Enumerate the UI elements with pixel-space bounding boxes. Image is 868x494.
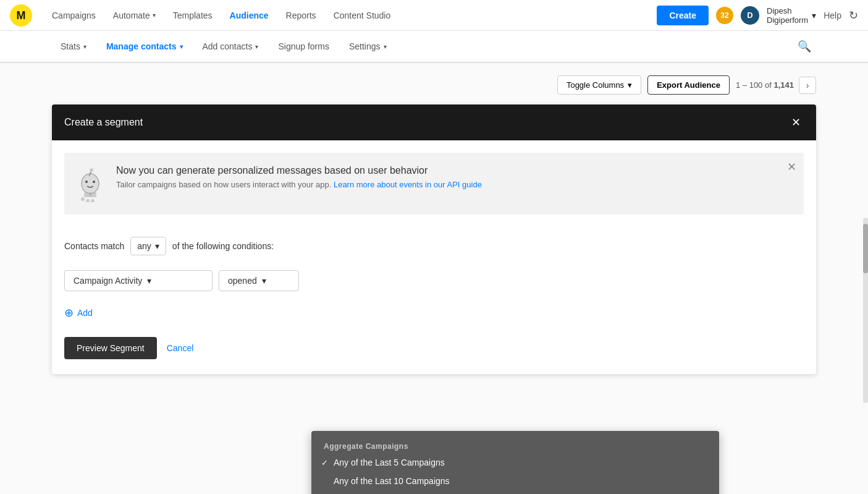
create-button[interactable]: Create — [657, 6, 709, 25]
contacts-match-label: Contacts match — [64, 241, 124, 251]
opened-label: opened — [228, 276, 257, 286]
toggle-columns-label: Toggle Columns — [567, 80, 624, 90]
opened-select[interactable]: opened ▾ — [219, 270, 299, 291]
toggle-columns-button[interactable]: Toggle Columns ▾ — [557, 75, 641, 95]
subnav-manage-contacts-chevron: ▾ — [180, 43, 183, 50]
pagination-next-button[interactable]: › — [799, 77, 816, 94]
toggle-columns-chevron: ▾ — [628, 80, 632, 90]
scrollbar-thumb — [863, 224, 868, 273]
campaign-activity-chevron: ▾ — [147, 276, 151, 286]
nav-items: Campaigns Automate ▾ Templates Audience … — [44, 7, 657, 24]
svg-text:M: M — [17, 9, 26, 22]
dropdown-item-label-1: Any of the Last 10 Campaigns — [334, 476, 450, 486]
any-select[interactable]: any ▾ — [130, 237, 166, 255]
toolbar-row: Toggle Columns ▾ Export Audience 1 – 100… — [52, 75, 816, 95]
banner-icon — [74, 165, 106, 202]
subnav-add-contacts-label: Add contacts — [203, 41, 253, 51]
nav-templates[interactable]: Templates — [166, 7, 220, 24]
svg-point-10 — [81, 197, 85, 201]
add-circle-icon: ⊕ — [64, 306, 74, 320]
segment-header: Create a segment ✕ — [52, 104, 816, 140]
pagination-start: 1 — [736, 80, 740, 90]
user-name-block: Dipesh Digiperform — [767, 6, 808, 25]
preview-segment-button[interactable]: Preview Segment — [64, 337, 157, 359]
user-company: Digiperform — [767, 15, 808, 25]
pagination: 1 – 100 of 1,141 › — [736, 77, 816, 94]
help-link[interactable]: Help — [824, 11, 841, 20]
campaign-activity-label: Campaign Activity — [74, 276, 142, 286]
svg-point-8 — [93, 181, 95, 183]
banner-link[interactable]: Learn more about events in our API guide — [334, 180, 482, 189]
nav-automate[interactable]: Automate ▾ — [106, 7, 163, 24]
user-dropdown-chevron: ▾ — [812, 11, 816, 20]
opened-chevron: ▾ — [262, 276, 266, 286]
banner-text-content: Tailor campaigns based on how users inte… — [116, 180, 331, 189]
nav-right: Create 32 D Dipesh Digiperform ▾ Help ↻ — [657, 6, 858, 25]
nav-automate-chevron: ▾ — [153, 12, 156, 19]
segment-close-button[interactable]: ✕ — [788, 114, 804, 130]
nav-audience-label: Audience — [230, 11, 269, 20]
subnav-manage-contacts[interactable]: Manage contacts ▾ — [98, 36, 192, 56]
notification-badge[interactable]: 32 — [716, 7, 733, 24]
any-option-value: any — [137, 241, 151, 251]
user-info[interactable]: Dipesh Digiperform ▾ — [767, 6, 816, 25]
refresh-icon[interactable]: ↻ — [849, 9, 858, 22]
subnav-stats[interactable]: Stats ▾ — [52, 36, 95, 56]
subnav-stats-label: Stats — [61, 41, 80, 51]
any-select-chevron: ▾ — [155, 241, 159, 251]
dropdown-item-label-0: Any of the Last 5 Campaigns — [334, 458, 445, 467]
svg-point-7 — [85, 181, 88, 183]
subnav-stats-chevron: ▾ — [83, 43, 86, 50]
info-banner: Now you can generate personalized messag… — [64, 153, 804, 215]
conditions-suffix: of the following conditions: — [172, 241, 274, 251]
banner-content: Now you can generate personalized messag… — [116, 165, 791, 189]
subnav-settings-label: Settings — [349, 41, 381, 51]
user-name: Dipesh — [767, 6, 808, 15]
sub-navigation: Stats ▾ Manage contacts ▾ Add contacts ▾… — [0, 31, 868, 63]
subnav-settings[interactable]: Settings ▾ — [340, 36, 395, 56]
banner-title: Now you can generate personalized messag… — [116, 165, 791, 176]
add-label: Add — [77, 308, 93, 318]
svg-point-4 — [82, 174, 99, 194]
aggregate-group-label: Aggregate Campaigns — [311, 437, 719, 453]
dropdown-item-20-campaigns[interactable]: Any of the Last 20 Campaigns — [311, 490, 719, 494]
svg-point-11 — [86, 199, 90, 202]
nav-reports[interactable]: Reports — [279, 7, 324, 24]
user-avatar: D — [741, 6, 759, 25]
search-icon[interactable]: 🔍 — [793, 35, 816, 58]
subnav-signup-forms[interactable]: Signup forms — [269, 36, 337, 56]
dropdown-item-10-campaigns[interactable]: Any of the Last 10 Campaigns — [311, 472, 719, 490]
nav-campaigns[interactable]: Campaigns — [44, 7, 103, 24]
campaign-dropdown: Aggregate Campaigns Any of the Last 5 Ca… — [311, 431, 719, 494]
nav-audience[interactable]: Audience — [222, 7, 276, 24]
nav-templates-label: Templates — [173, 11, 213, 20]
nav-content-studio[interactable]: Content Studio — [326, 7, 398, 24]
svg-point-6 — [90, 168, 93, 172]
dropdown-item-5-campaigns[interactable]: Any of the Last 5 Campaigns — [311, 453, 719, 472]
banner-close-button[interactable]: ✕ — [787, 160, 796, 174]
scrollbar-track[interactable] — [863, 218, 868, 403]
nav-campaigns-label: Campaigns — [52, 11, 96, 20]
subnav-add-contacts[interactable]: Add contacts ▾ — [194, 36, 268, 56]
pagination-total: 1,141 — [773, 80, 794, 90]
pagination-end: 100 — [749, 80, 763, 90]
add-row[interactable]: ⊕ Add — [52, 301, 816, 332]
pagination-range: 1 – 100 of 1,141 — [736, 80, 794, 90]
nav-content-studio-label: Content Studio — [334, 11, 391, 20]
banner-text: Tailor campaigns based on how users inte… — [116, 180, 791, 189]
top-navigation: M Campaigns Automate ▾ Templates Audienc… — [0, 0, 868, 31]
subnav-signup-forms-label: Signup forms — [278, 41, 329, 51]
content-area: Toggle Columns ▾ Export Audience 1 – 100… — [0, 63, 868, 494]
subnav-add-contacts-chevron: ▾ — [255, 43, 258, 50]
export-audience-button[interactable]: Export Audience — [647, 75, 730, 95]
footer-row: Preview Segment Cancel — [52, 332, 816, 374]
campaign-activity-select[interactable]: Campaign Activity ▾ — [64, 270, 213, 291]
subnav-settings-chevron: ▾ — [384, 43, 387, 50]
svg-point-12 — [91, 199, 95, 202]
mailchimp-logo[interactable]: M — [10, 4, 32, 27]
nav-reports-label: Reports — [286, 11, 316, 20]
segment-filter-row: Campaign Activity ▾ opened ▾ — [52, 265, 816, 301]
conditions-row: Contacts match any ▾ of the following co… — [52, 227, 816, 265]
cancel-button[interactable]: Cancel — [167, 343, 194, 353]
subnav-manage-contacts-label: Manage contacts — [106, 41, 177, 51]
